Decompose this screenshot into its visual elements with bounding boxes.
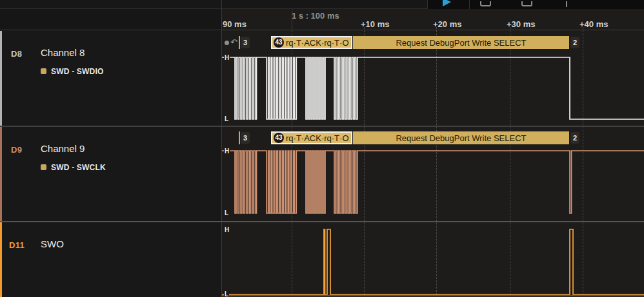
channel-accent-D9 (0, 127, 2, 221)
gridline-major (292, 10, 292, 27)
capture-icon[interactable] (480, 1, 491, 6)
level-high-label: H (224, 54, 230, 61)
level-low-label: L (224, 209, 229, 216)
toolbar-divider (427, 0, 428, 9)
timeline-scale-label: 1 s : 100 ms (292, 11, 339, 21)
channel-name: Channel 9 (41, 143, 85, 154)
channel-id-label: D11 (9, 240, 25, 250)
channel-name: Channel 8 (41, 47, 85, 58)
analyzer-label[interactable]: SWD - SWCLK (51, 163, 106, 172)
toolbar-divider (469, 0, 470, 9)
analyzer-color-swatch (41, 68, 46, 74)
channel-accent-D11 (0, 222, 2, 297)
timeline-tick-label: +40 ms (579, 19, 608, 29)
waveform-D9[interactable] (222, 127, 644, 221)
timeline-tick-label: +10 ms (361, 19, 389, 29)
play-icon[interactable] (443, 0, 451, 6)
channel-id-label: D9 (11, 145, 22, 155)
analyzer-color-swatch (41, 164, 46, 170)
level-high-label: H (224, 148, 230, 155)
logic-analyzer-window: 1 s : 100 ms 90 ms+10 ms+20 ms+30 ms+40 … (0, 0, 644, 297)
level-high-label: H (224, 226, 230, 233)
row-separator (0, 30, 644, 30)
timeline-tick-label: +30 ms (507, 19, 535, 29)
waveform-D11[interactable] (222, 222, 644, 297)
level-low-label: L (224, 115, 229, 122)
device-icon[interactable] (521, 1, 532, 6)
timeline-tick-label: +20 ms (433, 19, 461, 29)
level-low-label: L (224, 291, 229, 297)
flag-icon[interactable] (566, 1, 567, 7)
timeline-tick-label: 90 ms (223, 19, 247, 29)
channel-accent-D8 (0, 31, 2, 126)
channel-id-label: D8 (11, 49, 22, 59)
waveform-D8[interactable] (222, 31, 644, 126)
channel-row-D8[interactable] (0, 31, 221, 126)
toolbar (427, 0, 644, 9)
analyzer-label[interactable]: SWD - SWDIO (51, 67, 104, 76)
channel-row-D9[interactable] (0, 127, 221, 221)
channel-name: SWO (41, 238, 64, 249)
channel-row-D11[interactable] (0, 222, 221, 297)
